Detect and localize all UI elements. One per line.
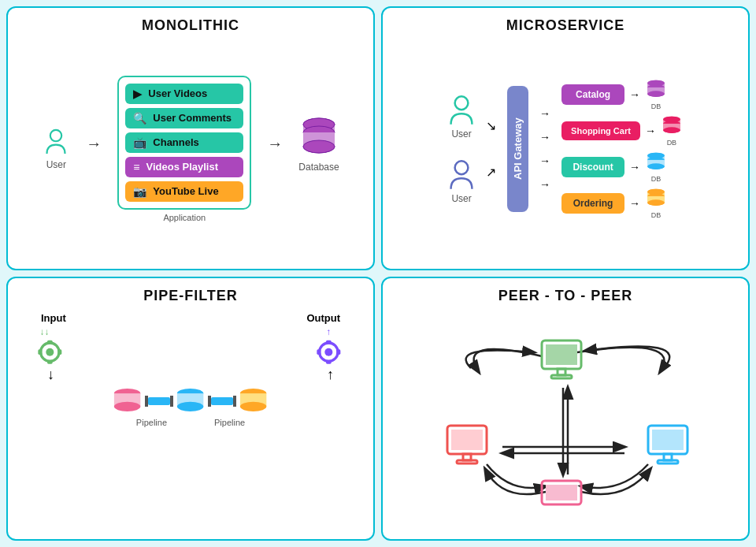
down-arrow-left: ↓ xyxy=(47,367,54,383)
discount-db: DB xyxy=(645,151,667,183)
filter2 xyxy=(173,386,208,416)
api-gateway: API Gateway xyxy=(507,86,528,212)
svg-point-8 xyxy=(455,96,469,110)
cart-db: DB xyxy=(661,115,683,147)
svg-rect-49 xyxy=(326,360,332,364)
mono-item-channels: 📺 Channels xyxy=(125,132,243,153)
svg-rect-43 xyxy=(38,349,42,355)
pipeline-label1: Pipeline xyxy=(136,418,167,427)
svg-point-16 xyxy=(647,91,665,97)
pipe-filter-content: Input Output ↓↓ xyxy=(17,312,364,526)
monolithic-content: User → ▶ User Videos 🔍 User Comments xyxy=(17,42,364,255)
svg-rect-72 xyxy=(658,460,678,463)
micro-arrows-right: → → → → xyxy=(539,107,550,191)
monolithic-user: User xyxy=(42,128,70,170)
peer-content xyxy=(392,312,739,526)
svc-catalog: Catalog → DB xyxy=(561,79,683,110)
monolithic-user-label: User xyxy=(46,159,66,170)
svg-point-7 xyxy=(303,140,335,153)
svg-rect-44 xyxy=(57,349,61,355)
svc-discount: Discount → DB xyxy=(561,151,683,183)
filter1-icon xyxy=(110,386,145,416)
ordering-db: DB xyxy=(645,188,667,219)
pipe-filter-panel: PIPE-FILTER Input Output ↓↓ xyxy=(6,277,375,541)
micro-users: User User xyxy=(448,94,475,204)
ordering-box: Ordering xyxy=(561,193,624,214)
catalog-db-icon xyxy=(645,79,667,102)
mono-app-container: ▶ User Videos 🔍 User Comments 📺 Channels xyxy=(117,76,251,222)
svg-point-40 xyxy=(46,348,54,356)
micro-user1-icon xyxy=(448,94,475,127)
arrow-db-ordering: → xyxy=(629,197,640,210)
output-label: Output xyxy=(306,312,340,324)
catalog-box: Catalog xyxy=(561,84,624,105)
svg-rect-68 xyxy=(457,460,477,463)
mono-item-live: 📷 YouTube Live xyxy=(125,181,243,202)
pipe-pipeline-row xyxy=(17,386,364,416)
application-label: Application xyxy=(163,213,206,222)
micro-services: Catalog → DB xyxy=(561,79,683,219)
svg-point-37 xyxy=(647,199,665,206)
mono-item-comments: 🔍 User Comments xyxy=(125,108,243,128)
filter3 xyxy=(236,386,271,416)
input-gear: ↓↓ xyxy=(32,327,71,367)
mono-app-box: ▶ User Videos 🔍 User Comments 📺 Channels xyxy=(117,76,251,210)
input-gear-icon: ↓↓ xyxy=(32,327,71,367)
filter1 xyxy=(110,386,145,416)
svg-point-47 xyxy=(324,348,332,356)
arrow-db-cart: → xyxy=(645,125,656,137)
svc-cart: Shopping Cart → DB xyxy=(561,115,683,147)
playlist-icon: ≡ xyxy=(133,161,139,173)
cart-db-icon xyxy=(661,115,683,139)
svg-rect-41 xyxy=(47,340,53,344)
svg-rect-66 xyxy=(451,430,483,450)
svg-point-30 xyxy=(647,163,665,169)
svg-point-54 xyxy=(114,402,140,411)
play-icon: ▶ xyxy=(133,87,142,100)
svg-point-57 xyxy=(177,402,203,411)
monolithic-panel: MONOLITHIC User → ▶ User Videos xyxy=(6,6,375,270)
cart-box: Shopping Cart xyxy=(561,121,640,140)
micro-content: User User ↘ ↗ API Gateway xyxy=(392,42,739,255)
monolithic-title: MONOLITHIC xyxy=(17,17,364,34)
pipeline-labels: Pipeline Pipeline xyxy=(17,418,364,427)
svg-rect-48 xyxy=(326,340,332,344)
svg-point-0 xyxy=(50,129,61,140)
svg-point-9 xyxy=(455,161,469,174)
svg-rect-64 xyxy=(551,375,572,378)
peer-diagram xyxy=(408,329,723,510)
svg-rect-50 xyxy=(317,349,321,355)
mono-arrow: → xyxy=(86,135,102,153)
mono-database: Database xyxy=(298,115,339,173)
up-arrow-right: ↑ xyxy=(327,367,334,383)
micro-user1: User xyxy=(448,94,475,140)
main-grid: MONOLITHIC User → ▶ User Videos xyxy=(0,0,756,547)
svg-rect-74 xyxy=(546,485,577,500)
pipe-icons-row: ↓↓ ↑ xyxy=(17,327,364,367)
database-label: Database xyxy=(298,162,339,173)
micro-user1-label: User xyxy=(451,128,471,140)
output-gear-icon: ↑ xyxy=(310,327,350,367)
input-label: Input xyxy=(41,312,66,324)
svg-rect-51 xyxy=(336,349,340,355)
ordering-db-icon xyxy=(645,188,667,211)
mono-item-videos: ▶ User Videos xyxy=(125,84,243,104)
svg-rect-42 xyxy=(47,360,53,364)
pipe-vert-arrows: ↓ ↑ xyxy=(17,367,364,383)
micro-user2: User xyxy=(448,158,475,204)
arrow-db-catalog: → xyxy=(629,88,640,101)
camera-icon: 📷 xyxy=(133,185,146,198)
top-node xyxy=(542,340,581,378)
tv-icon: 📺 xyxy=(133,136,146,149)
arrow-db-discount: → xyxy=(629,161,640,173)
left-node xyxy=(447,426,487,463)
discount-box: Discount xyxy=(561,157,624,177)
pipe-top-labels: Input Output xyxy=(17,312,364,324)
filter3-icon xyxy=(236,386,271,416)
svg-rect-70 xyxy=(652,430,684,450)
microservice-title: MICROSERVICE xyxy=(392,17,739,34)
svg-text:↓↓: ↓↓ xyxy=(40,327,50,337)
svg-point-23 xyxy=(663,127,680,133)
mono-arrow2: → xyxy=(267,135,283,153)
micro-user2-icon xyxy=(448,158,475,192)
